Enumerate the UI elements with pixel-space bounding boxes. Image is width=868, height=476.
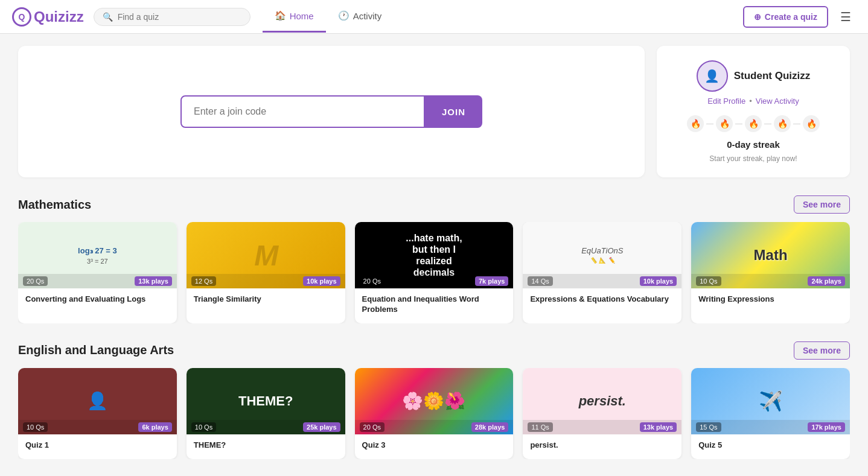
math-card-3-thumb: ...hate math,but then Irealizeddecimals … xyxy=(355,222,514,288)
streak-icon-2: 🔥 xyxy=(716,115,733,132)
math-card-2-title: Triangle Similarity xyxy=(194,294,338,305)
math-card-2[interactable]: M 12 Qs 10k plays Triangle Similarity xyxy=(187,222,345,323)
ela-card-3-meta: 20 Qs 28k plays xyxy=(355,420,514,434)
streak-icon-4: 🔥 xyxy=(774,115,791,132)
search-bar[interactable]: 🔍 xyxy=(94,8,251,26)
math-card-1-plays: 13k plays xyxy=(135,276,172,286)
navbar: Q Quizizz 🔍 🏠 Home 🕐 Activity ⊕ Create a… xyxy=(0,0,868,34)
math-card-5[interactable]: Math 10 Qs 24k plays Writing Expressions xyxy=(691,222,850,323)
tab-activity[interactable]: 🕐 Activity xyxy=(326,1,394,33)
math-card-1-body: Converting and Evaluating Logs xyxy=(18,288,177,313)
mathematics-section: Mathematics See more log₃ 27 = 3 3³ = 27… xyxy=(18,195,850,323)
avatar-icon: 👤 xyxy=(704,69,720,83)
math-card-3-plays: 7k plays xyxy=(475,276,508,286)
logo-icon: Q xyxy=(12,7,31,27)
ela-card-3-body: Quiz 3 xyxy=(355,434,514,459)
profile-card: 👤 Student Quizizz Edit Profile • View Ac… xyxy=(657,46,850,177)
math-card-4-meta: 14 Qs 10k plays xyxy=(523,274,681,288)
join-code-input[interactable] xyxy=(180,95,425,128)
ela-card-2-qs: 10 Qs xyxy=(191,422,216,432)
ela-card-4-title: persist. xyxy=(530,440,674,451)
profile-name: Student Quizizz xyxy=(734,70,811,82)
ela-card-3-plays: 28k plays xyxy=(471,422,509,432)
ela-card-3-thumb: 🌸🌼🌺 20 Qs 28k plays xyxy=(355,368,514,434)
streak-icon-5: 🔥 xyxy=(803,115,820,132)
math-card-3-meta: 20 Qs 7k plays xyxy=(355,274,514,288)
edit-profile-link[interactable]: Edit Profile xyxy=(707,97,745,106)
math-card-5-title: Writing Expressions xyxy=(698,294,843,305)
ela-card-5-thumb: ✈️ 15 Qs 17k plays xyxy=(691,368,850,434)
ela-card-4-body: persist. xyxy=(523,434,681,459)
ela-card-1-title: Quiz 1 xyxy=(25,440,170,451)
ela-card-2-title: THEME? xyxy=(194,440,338,451)
ela-card-2[interactable]: THEME? 10 Qs 25k plays THEME? xyxy=(187,368,345,459)
menu-button[interactable]: ☰ xyxy=(835,5,856,29)
ela-card-5-plays: 17k plays xyxy=(808,422,845,432)
ela-card-4-thumb: persist. 11 Qs 13k plays xyxy=(523,368,681,434)
streak-dash-1: — xyxy=(706,119,713,128)
mathematics-title: Mathematics xyxy=(18,198,91,212)
math-card-2-thumb: M 12 Qs 10k plays xyxy=(187,222,345,288)
logo-text: Quizizz xyxy=(34,8,84,25)
tab-home[interactable]: 🏠 Home xyxy=(263,1,326,33)
math-card-4-thumb: EqUaTiOnS📏 📐 ✏️ 14 Qs 10k plays xyxy=(523,222,681,288)
ela-card-1-thumb: 👤 10 Qs 6k plays xyxy=(18,368,177,434)
math-card-5-qs: 10 Qs xyxy=(696,276,721,286)
ela-card-3-qs: 20 Qs xyxy=(360,422,385,432)
create-quiz-button[interactable]: ⊕ Create a quiz xyxy=(743,6,828,28)
join-button[interactable]: JOIN xyxy=(425,95,482,128)
streak-icon-3: 🔥 xyxy=(745,115,762,132)
profile-header: 👤 Student Quizizz xyxy=(697,60,811,92)
ela-card-1-body: Quiz 1 xyxy=(18,434,177,459)
logo[interactable]: Q Quizizz xyxy=(12,7,84,27)
ela-card-3-title: Quiz 3 xyxy=(362,440,506,451)
english-title: English and Language Arts xyxy=(18,343,174,357)
math-card-5-meta: 10 Qs 24k plays xyxy=(691,274,850,288)
ela-card-4[interactable]: persist. 11 Qs 13k plays persist. xyxy=(523,368,681,459)
ela-card-2-plays: 25k plays xyxy=(303,422,340,432)
english-see-more[interactable]: See more xyxy=(794,341,850,360)
ela-card-5[interactable]: ✈️ 15 Qs 17k plays Quiz 5 xyxy=(691,368,850,459)
math-card-4[interactable]: EqUaTiOnS📏 📐 ✏️ 14 Qs 10k plays Expressi… xyxy=(523,222,681,323)
home-icon: 🏠 xyxy=(275,10,286,21)
math-card-4-title: Expressions & Equations Vocabulary xyxy=(530,294,674,305)
english-section: English and Language Arts See more 👤 10 … xyxy=(18,341,850,459)
math-card-1-thumb: log₃ 27 = 3 3³ = 27 20 Qs 13k plays xyxy=(18,222,177,288)
math-card-1[interactable]: log₃ 27 = 3 3³ = 27 20 Qs 13k plays Conv… xyxy=(18,222,177,323)
math-card-3-qs: 20 Qs xyxy=(360,276,385,286)
streak-icons: 🔥 — 🔥 — 🔥 — 🔥 — 🔥 xyxy=(687,115,820,132)
ela-card-1[interactable]: 👤 10 Qs 6k plays Quiz 1 xyxy=(18,368,177,459)
search-input[interactable] xyxy=(118,12,238,22)
ela-card-1-qs: 10 Qs xyxy=(23,422,48,432)
main-content: JOIN 👤 Student Quizizz Edit Profile • Vi… xyxy=(0,34,868,476)
nav-tabs: 🏠 Home 🕐 Activity xyxy=(263,1,394,33)
math-card-4-qs: 14 Qs xyxy=(528,276,552,286)
ela-card-3[interactable]: 🌸🌼🌺 20 Qs 28k plays Quiz 3 xyxy=(355,368,514,459)
profile-links: Edit Profile • View Activity xyxy=(707,97,799,106)
ela-card-5-body: Quiz 5 xyxy=(691,434,850,459)
ela-card-2-meta: 10 Qs 25k plays xyxy=(187,420,345,434)
mathematics-see-more[interactable]: See more xyxy=(794,195,850,214)
math-card-1-qs: 20 Qs xyxy=(23,276,48,286)
mathematics-header: Mathematics See more xyxy=(18,195,850,214)
math-card-2-qs: 12 Qs xyxy=(191,276,216,286)
math-card-5-plays: 24k plays xyxy=(808,276,845,286)
math-card-2-meta: 12 Qs 10k plays xyxy=(187,274,345,288)
join-card: JOIN xyxy=(18,46,645,177)
streak-count: 0-day streak xyxy=(727,139,780,150)
ela-card-4-qs: 11 Qs xyxy=(528,422,552,432)
ela-card-5-title: Quiz 5 xyxy=(698,440,843,451)
activity-icon: 🕐 xyxy=(338,10,349,21)
view-activity-link[interactable]: View Activity xyxy=(756,97,799,106)
streak-dash-3: — xyxy=(764,119,771,128)
ela-card-2-thumb: THEME? 10 Qs 25k plays xyxy=(187,368,345,434)
avatar: 👤 xyxy=(697,60,728,92)
ela-card-4-meta: 11 Qs 13k plays xyxy=(523,420,681,434)
english-cards: 👤 10 Qs 6k plays Quiz 1 THEME? xyxy=(18,368,850,459)
dot-separator: • xyxy=(749,97,752,106)
math-card-3[interactable]: ...hate math,but then Irealizeddecimals … xyxy=(355,222,514,323)
create-quiz-label: Create a quiz xyxy=(765,12,817,22)
ela-card-1-meta: 10 Qs 6k plays xyxy=(18,420,177,434)
join-form: JOIN xyxy=(180,95,482,128)
ela-card-5-meta: 15 Qs 17k plays xyxy=(691,420,850,434)
